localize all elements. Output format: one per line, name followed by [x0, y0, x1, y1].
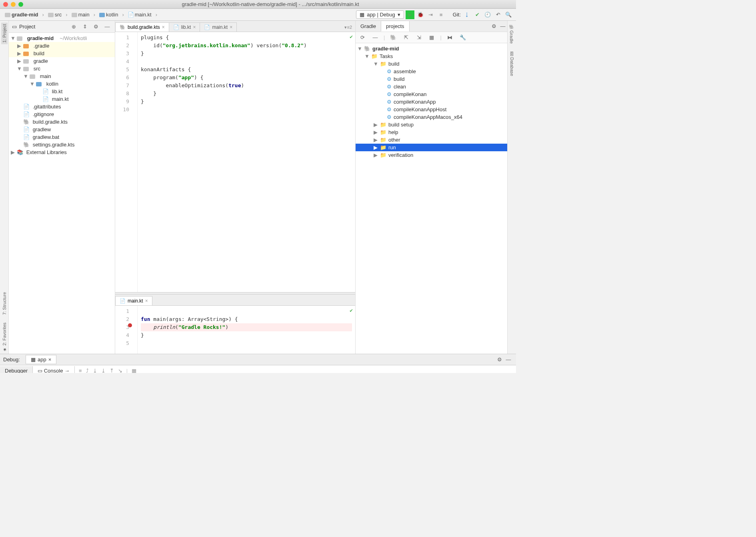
gradle-node-root[interactable]: ▼🐘 gradle-mid	[356, 45, 507, 52]
sidebar-tab-database[interactable]: 🗄 Database	[509, 50, 515, 78]
vcs-commit-button[interactable]: ✔	[473, 10, 482, 19]
code-content[interactable]: plugins { id("org.jetbrains.kotlin.konan…	[138, 32, 355, 292]
tab-debugger[interactable]: Debugger	[0, 366, 33, 373]
gradle-node-run[interactable]: ▶📁 run	[356, 144, 507, 151]
tree-file-main[interactable]: 📄 main.kt	[9, 95, 115, 103]
close-icon[interactable]: ×	[162, 24, 165, 30]
step-over-icon[interactable]: ≡	[79, 368, 82, 373]
gradle-task-compilekonan[interactable]: ⚙ compileKonan	[356, 90, 507, 98]
run-config-selector[interactable]: ▦ app | Debug ▾	[356, 10, 404, 19]
gradle-task-compilekonanapphost[interactable]: ⚙ compileKonanAppHost	[356, 106, 507, 113]
gradle-node-build[interactable]: ▼📁 build	[356, 60, 507, 68]
breadcrumb-root[interactable]: gradle-mid	[3, 11, 40, 18]
tab-lib[interactable]: 📄 lib.kt ×	[169, 22, 200, 32]
hide-icon[interactable]: —	[103, 22, 112, 31]
breadcrumb-src[interactable]: src	[46, 11, 63, 18]
window-zoom-icon[interactable]	[18, 2, 23, 7]
collapse-icon[interactable]: ⇲	[414, 33, 423, 42]
gradle-tab-gradle[interactable]: Gradle	[356, 21, 381, 31]
detach-icon[interactable]: —	[371, 33, 380, 42]
step-out-icon[interactable]: ⤓	[93, 368, 97, 373]
breadcrumb-main[interactable]: main	[70, 11, 91, 18]
gradle-node-verification[interactable]: ▶📁 verification	[356, 151, 507, 159]
force-step-icon[interactable]: ⤓	[101, 368, 106, 373]
gradle-task-build[interactable]: ⚙ build	[356, 75, 507, 83]
project-tree[interactable]: ▼ gradle-mid ~/Work/kotli ▶ .gradle ▶ bu…	[9, 33, 115, 354]
editor-1[interactable]: 1 2 3 4 5 6 7 8 9 10 plugins { id("org.j…	[115, 32, 355, 292]
gradle-task-compilekonanappmacos[interactable]: ⚙ compileKonanAppMacos_x64	[356, 113, 507, 121]
tree-file-lib[interactable]: 📄 lib.kt	[9, 88, 115, 95]
run-to-cursor-icon[interactable]: ⤒	[110, 368, 114, 373]
step-into-icon[interactable]: ⤴	[86, 368, 89, 373]
settings-icon[interactable]: ⚙	[495, 355, 504, 364]
gradle-task-assemble[interactable]: ⚙ assemble	[356, 68, 507, 75]
tree-file-settings[interactable]: 🐘 settings.gradle.kts	[9, 141, 115, 148]
inspection-ok-icon[interactable]: ✔	[350, 307, 353, 313]
sidebar-tab-project[interactable]: 1: Project	[1, 22, 8, 44]
close-icon[interactable]: ×	[193, 24, 196, 30]
vcs-revert-button[interactable]: ↶	[494, 10, 502, 19]
tree-folder-kotlin[interactable]: ▼ kotlin	[9, 80, 115, 88]
sidebar-tab-gradle[interactable]: 🐘 Gradle	[508, 22, 515, 45]
collapse-icon[interactable]: ⇕	[80, 22, 89, 31]
tree-file-gradlewbat[interactable]: 📄 gradlew.bat	[9, 133, 115, 141]
close-icon[interactable]: ×	[230, 24, 232, 30]
hide-icon[interactable]: —	[498, 22, 507, 31]
breadcrumb-kotlin[interactable]: kotlin	[98, 11, 120, 18]
gradle-node-other[interactable]: ▶📁 other	[356, 136, 507, 144]
refresh-icon[interactable]: ⟳	[358, 33, 367, 42]
vcs-history-button[interactable]: 🕘	[483, 10, 492, 19]
tab-buildgradle[interactable]: 🐘 build.gradle.kts ×	[115, 22, 169, 32]
tree-folder-dotgradle[interactable]: ▶ .gradle	[9, 42, 115, 50]
debug-button[interactable]: 🐞	[416, 10, 425, 19]
close-icon[interactable]: ×	[145, 298, 148, 304]
gradle-node-buildsetup[interactable]: ▶📁 build setup	[356, 121, 507, 128]
evaluate-icon[interactable]: ▦	[132, 368, 136, 373]
drop-frame-icon[interactable]: ↘	[118, 368, 122, 373]
tab-console[interactable]: ▭ Console →	[33, 366, 75, 373]
gradle-task-compilekonanapp[interactable]: ⚙ compileKonanApp	[356, 98, 507, 106]
tree-folder-gradle[interactable]: ▶ gradle	[9, 57, 115, 65]
wrench-icon[interactable]: 🔧	[458, 33, 467, 42]
coverage-button[interactable]: ⇥	[426, 10, 435, 19]
inspection-ok-icon[interactable]: ✔	[350, 34, 353, 40]
expand-icon[interactable]: ⇱	[402, 33, 410, 42]
tree-folder-build[interactable]: ▶ build	[9, 50, 115, 57]
code-content[interactable]: fun main(args: Array<String>) { println(…	[138, 306, 355, 354]
locate-icon[interactable]: ⊕	[69, 22, 78, 31]
tree-external-libraries[interactable]: ▶📚 External Libraries	[9, 148, 115, 156]
gradle-task-clean[interactable]: ⚙ clean	[356, 83, 507, 90]
tab-main2[interactable]: 📄 main.kt ×	[115, 296, 152, 305]
tree-file-buildgradle[interactable]: 🐘 build.gradle.kts	[9, 118, 115, 126]
split-indicator[interactable]: ▾≡2	[341, 23, 355, 32]
debug-session-tab[interactable]: ▦ app ×	[26, 355, 56, 364]
vcs-update-button[interactable]: ⭣	[462, 10, 471, 19]
window-minimize-icon[interactable]	[11, 2, 16, 7]
gradle-tree[interactable]: ▼🐘 gradle-mid ▼📁 Tasks ▼📁 build ⚙ assemb…	[356, 43, 507, 354]
offline-icon[interactable]: ⧓	[446, 33, 454, 42]
gradle-tab-projects[interactable]: projects	[381, 21, 410, 32]
settings-icon[interactable]: ⚙	[490, 22, 498, 31]
show-icon[interactable]: ▦	[427, 33, 436, 42]
gradle-icon[interactable]: 🐘	[389, 33, 398, 42]
tab-main[interactable]: 📄 main.kt ×	[200, 22, 237, 32]
tree-file-gitattributes[interactable]: 📄 .gitattributes	[9, 103, 115, 110]
window-close-icon[interactable]	[3, 2, 8, 7]
search-button[interactable]: 🔍	[504, 10, 513, 19]
tree-file-gradlew[interactable]: 📄 gradlew	[9, 126, 115, 133]
sidebar-tab-structure[interactable]: 7: Structure	[1, 291, 8, 317]
gradle-node-tasks[interactable]: ▼📁 Tasks	[356, 52, 507, 60]
project-panel-title[interactable]: Project	[19, 24, 35, 30]
breakpoint-icon[interactable]	[128, 323, 132, 327]
tree-root[interactable]: ▼ gradle-mid ~/Work/kotli	[9, 34, 115, 42]
settings-icon[interactable]: ⚙	[92, 22, 100, 31]
editor-2[interactable]: 1 2 3 4 5 fun main(args: Array<String>) …	[115, 306, 355, 354]
stop-button[interactable]: ■	[437, 10, 446, 19]
run-button[interactable]: ▶	[406, 10, 414, 19]
tree-folder-main[interactable]: ▼ main	[9, 72, 115, 80]
tree-file-gitignore[interactable]: 📄 .gitignore	[9, 110, 115, 118]
breadcrumb-file[interactable]: 📄main.kt	[126, 11, 153, 18]
sidebar-tab-favorites[interactable]: ★ 2: Favorites	[1, 321, 8, 354]
tree-folder-src[interactable]: ▼ src	[9, 65, 115, 72]
gradle-node-help[interactable]: ▶📁 help	[356, 128, 507, 136]
